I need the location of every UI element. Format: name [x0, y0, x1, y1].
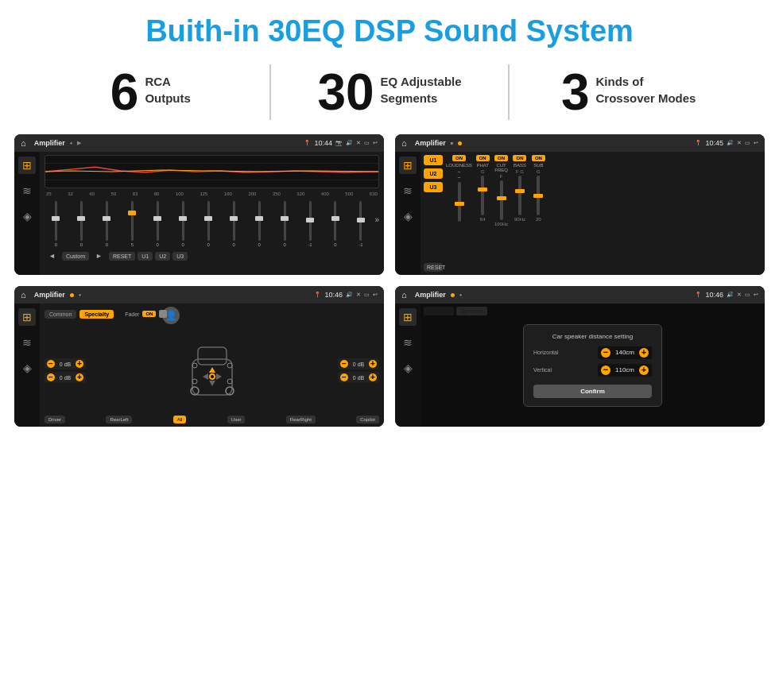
eq-slider-9[interactable]: 0 [248, 199, 271, 247]
cross-home-icon[interactable]: ⌂ [21, 290, 26, 300]
cross-tabs: Common Specialty [45, 310, 114, 319]
eq-prev-button[interactable]: ◄ [45, 250, 60, 261]
copilot-button[interactable]: Copilot [356, 416, 379, 423]
db3-value: 0 dB [350, 362, 367, 367]
expand-icon[interactable]: » [374, 199, 379, 224]
eq-slider-1[interactable]: 0 [45, 199, 68, 247]
amp-reset-button[interactable]: RESET [424, 263, 443, 272]
dialog-time: 10:46 [705, 291, 723, 299]
loudness-slider[interactable] [458, 182, 461, 222]
cutfreq-slider[interactable] [500, 180, 503, 220]
cross-volume-icon: 🔊 [346, 292, 353, 298]
eq-slider-2[interactable]: 0 [70, 199, 93, 247]
cross-main-area: Common Specialty Fader ON 👤 [40, 304, 384, 427]
phat-slider[interactable] [481, 176, 484, 215]
amp-sidebar-icon-2[interactable]: ≋ [399, 182, 417, 199]
db1-plus-button[interactable]: + [76, 360, 83, 368]
svg-rect-4 [198, 347, 227, 365]
camera-icon: 📷 [335, 140, 343, 146]
svg-point-16 [227, 379, 232, 384]
eq-slider-7[interactable]: 0 [197, 199, 220, 247]
cross-common-tab[interactable]: Common [45, 310, 76, 319]
divider-2 [508, 64, 510, 120]
sub-slider[interactable] [537, 176, 540, 215]
eq-slider-8[interactable]: 0 [223, 199, 246, 247]
eq-custom-button[interactable]: Custom [62, 252, 89, 261]
confirm-button[interactable]: Confirm [533, 385, 652, 398]
dialog-home-icon[interactable]: ⌂ [401, 290, 407, 300]
eq-slider-6[interactable]: 0 [172, 199, 195, 247]
cross-sidebar: ⊞ ≋ ◈ [14, 304, 40, 427]
dialog-sidebar-icon-1[interactable]: ⊞ [399, 308, 417, 326]
rear-left-button[interactable]: RearLeft [106, 416, 132, 423]
db2-value: 0 dB [56, 375, 74, 381]
eq-slider-11[interactable]: -1 [299, 199, 322, 247]
dialog-back-icon: ↩ [754, 292, 758, 298]
eq-slider-4[interactable]: 5 [121, 199, 144, 247]
cross-specialty-tab[interactable]: Specialty [79, 310, 114, 319]
vertical-minus-button[interactable]: − [601, 365, 610, 375]
eq-time: 10:44 [314, 139, 332, 147]
eq-slider-12[interactable]: 0 [324, 199, 347, 247]
eq-slider-13[interactable]: -1 [349, 199, 372, 247]
horizontal-plus-button[interactable]: + [639, 348, 649, 358]
amp-sidebar-icon-3[interactable]: ◈ [399, 207, 417, 225]
eq-dot1: ● [70, 141, 73, 145]
amp-window-icon: ▭ [745, 140, 750, 146]
dialog-main-title: Car speaker distance setting [533, 333, 652, 340]
amp-u1-btn[interactable]: U1 [424, 155, 443, 165]
home-icon[interactable]: ⌂ [21, 138, 26, 148]
db3-plus-button[interactable]: + [369, 360, 377, 368]
eq-slider-10[interactable]: 0 [273, 199, 296, 247]
screen-dialog: ⌂ Amplifier ● 📍 10:46 🔊 ✕ ▭ ↩ ⊞ ≋ ◈ [395, 286, 765, 427]
cross-sidebar-icon-1[interactable]: ⊞ [18, 308, 36, 326]
cross-dot2: ● [79, 292, 82, 297]
horizontal-value: 140cm [613, 349, 637, 356]
eq-u2-button[interactable]: U2 [155, 252, 170, 261]
bass-label: BASS [514, 163, 526, 168]
eq-reset-button[interactable]: RESET [109, 252, 135, 261]
cross-sidebar-icon-3[interactable]: ◈ [18, 359, 36, 377]
dialog-active-dot [451, 293, 455, 297]
rear-right-button[interactable]: RearRight [286, 416, 316, 423]
horizontal-minus-button[interactable]: − [601, 348, 610, 358]
dialog-title-bar: Amplifier [415, 291, 446, 299]
sub-on-badge: ON [532, 155, 545, 161]
eq-bottom-bar: ◄ Custom ► RESET U1 U2 U3 [45, 250, 379, 261]
db2-plus-button[interactable]: + [76, 373, 83, 381]
svg-point-15 [192, 379, 197, 384]
driver-button[interactable]: Driver [45, 416, 65, 423]
eq-slider-3[interactable]: 0 [95, 199, 118, 247]
eq-u1-button[interactable]: U1 [138, 252, 153, 261]
dialog-sidebar-icon-3[interactable]: ◈ [399, 359, 417, 377]
db4-plus-button[interactable]: + [369, 373, 377, 381]
db3-minus-button[interactable]: − [340, 360, 348, 368]
amp-sidebar: ⊞ ≋ ◈ [395, 152, 421, 275]
amp-sidebar-icon-1[interactable]: ⊞ [399, 157, 417, 174]
all-button[interactable]: All [173, 416, 187, 423]
amp-home-icon[interactable]: ⌂ [401, 138, 407, 148]
amp-u2-btn[interactable]: U2 [424, 168, 443, 179]
eq-next-button[interactable]: ► [91, 250, 107, 261]
amp-u3-btn[interactable]: U3 [424, 182, 443, 192]
user-button[interactable]: User [227, 416, 246, 423]
eq-u3-button[interactable]: U3 [172, 252, 188, 261]
db2-minus-button[interactable]: − [47, 373, 55, 381]
db1-minus-button[interactable]: − [47, 360, 55, 368]
svg-point-14 [227, 363, 232, 368]
amp-bass-col: ON BASS F G 90Hz [512, 155, 528, 272]
vertical-input-group: − 110cm + [598, 364, 652, 377]
eq-sidebar-icon-3[interactable]: ◈ [18, 207, 36, 225]
dialog-sidebar-icon-2[interactable]: ≋ [399, 334, 417, 351]
vertical-plus-button[interactable]: + [639, 365, 649, 375]
eq-slider-5[interactable]: 0 [146, 199, 169, 247]
cross-gps-icon: 📍 [314, 292, 321, 298]
eq-sidebar-icon-1[interactable]: ⊞ [18, 157, 36, 174]
cross-sidebar-icon-2[interactable]: ≋ [18, 334, 36, 351]
screen-eq: ⌂ Amplifier ● ▶ 📍 10:44 📷 🔊 ✕ ▭ ↩ ⊞ ≋ ◈ [14, 134, 384, 275]
fader-thumb[interactable] [159, 310, 167, 318]
bass-slider[interactable] [518, 176, 521, 215]
eq-sidebar-icon-2[interactable]: ≋ [18, 182, 36, 199]
amp-presets: U1 U2 U3 RESET [424, 155, 443, 272]
db4-minus-button[interactable]: − [340, 373, 348, 381]
